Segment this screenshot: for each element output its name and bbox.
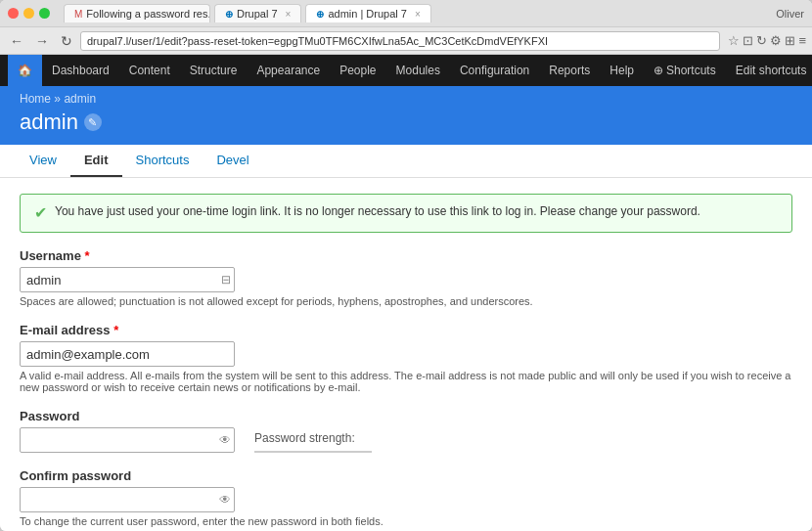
password-input[interactable] [20, 427, 235, 453]
tab-drupal7-label: Drupal 7 [237, 8, 278, 20]
browser-user-label: Oliver [776, 8, 804, 20]
toolbar-configuration[interactable]: Configuration [450, 55, 539, 86]
username-hint: Spaces are allowed; punctuation is not a… [20, 295, 792, 307]
tab-view[interactable]: View [16, 145, 70, 177]
message-box: ✔ You have just used your one-time login… [20, 194, 792, 233]
page-title-text: admin [20, 110, 78, 135]
password-eye-icon[interactable]: 👁 [219, 433, 231, 447]
forward-button[interactable]: → [31, 31, 53, 51]
back-button[interactable]: ← [6, 31, 27, 51]
bookmark-icon[interactable]: ⊡ [743, 33, 753, 48]
toolbar-content[interactable]: Content [119, 55, 180, 86]
password-row: Password 👁 Password strength: [20, 409, 792, 468]
password-group: Password 👁 [20, 409, 235, 453]
username-input[interactable] [20, 267, 235, 292]
refresh-icon[interactable]: ↻ [756, 33, 767, 48]
toolbar-people[interactable]: People [330, 55, 385, 86]
username-group: Username * ⊟ Spaces are allowed; punctua… [20, 248, 792, 307]
confirm-password-eye-icon[interactable]: 👁 [219, 493, 231, 507]
title-bar: M Following a password res... × ⊕ Drupal… [0, 0, 812, 27]
password-hint: To change the current user password, ent… [20, 515, 792, 527]
drupal7-favicon: ⊕ [225, 9, 233, 20]
tab-bar: M Following a password res... × ⊕ Drupal… [64, 4, 770, 22]
confirm-password-input-wrapper: 👁 [20, 487, 235, 512]
password-strength-bar [254, 451, 372, 453]
traffic-lights [8, 8, 50, 19]
tab-drupal7[interactable]: ⊕ Drupal 7 × [214, 4, 301, 22]
gmail-favicon: M [74, 9, 82, 20]
refresh-button[interactable]: ↻ [57, 31, 76, 51]
admin-drupal7-favicon: ⊕ [316, 9, 324, 20]
page-title: admin ✎ [20, 110, 792, 135]
username-label: Username * [20, 248, 792, 263]
toolbar-right: Edit shortcuts admin Log out [726, 55, 812, 86]
tab-devel[interactable]: Devel [203, 145, 262, 177]
maximize-button[interactable] [39, 8, 50, 19]
confirm-password-input[interactable] [20, 487, 235, 512]
main-content: ✔ You have just used your one-time login… [0, 178, 812, 531]
toolbar-reports[interactable]: Reports [539, 55, 600, 86]
nav-bar: ← → ↻ ☆ ⊡ ↻ ⚙ ⊞ ≡ [0, 27, 812, 55]
toolbar-shortcuts[interactable]: ⊕ Shortcuts [644, 55, 726, 86]
address-bar[interactable] [80, 31, 720, 51]
confirm-password-label: Confirm password [20, 468, 792, 483]
username-input-wrapper: ⊟ [20, 267, 235, 292]
toolbar-modules[interactable]: Modules [386, 55, 450, 86]
nav-icons: ☆ ⊡ ↻ ⚙ ⊞ ≡ [728, 33, 806, 48]
password-strength-label: Password strength: [254, 431, 355, 445]
tab-admin-drupal7-close[interactable]: × [415, 9, 421, 20]
tab-admin-drupal7[interactable]: ⊕ admin | Drupal 7 × [305, 4, 430, 22]
password-label: Password [20, 409, 235, 423]
email-hint: A valid e-mail address. All e-mails from… [20, 370, 792, 393]
message-text: You have just used your one-time login l… [55, 204, 700, 218]
browser-window: M Following a password res... × ⊕ Drupal… [0, 0, 812, 531]
settings-icon[interactable]: ⚙ [770, 33, 782, 48]
breadcrumb-home[interactable]: Home [20, 92, 51, 106]
page-title-edit-icon[interactable]: ✎ [84, 113, 102, 131]
username-required: * [85, 248, 90, 263]
toolbar-structure[interactable]: Structure [180, 55, 248, 86]
breadcrumb: Home » admin [20, 92, 792, 106]
password-strength-wrapper: Password strength: [254, 409, 372, 453]
breadcrumb-separator: » [54, 92, 64, 106]
minimize-button[interactable] [23, 8, 34, 19]
tab-gmail-label: Following a password res... [86, 8, 210, 20]
email-input[interactable] [20, 341, 235, 367]
toolbar-edit-shortcuts[interactable]: Edit shortcuts [726, 55, 812, 86]
username-icon: ⊟ [221, 273, 231, 287]
toolbar-home[interactable]: 🏠 [8, 55, 42, 86]
breadcrumb-current: admin [64, 92, 96, 106]
shortcuts-icon: ⊕ [654, 64, 663, 77]
page-header: Home » admin admin ✎ [0, 86, 812, 145]
toolbar-appearance[interactable]: Appearance [247, 55, 330, 86]
menu-icon[interactable]: ≡ [798, 33, 806, 48]
drupal-toolbar: 🏠 Dashboard Content Structure Appearance… [0, 55, 812, 86]
tab-gmail[interactable]: M Following a password res... × [64, 4, 210, 22]
email-required: * [113, 323, 118, 337]
email-label: E-mail address * [20, 323, 792, 337]
tab-shortcuts[interactable]: Shortcuts [122, 145, 203, 177]
toolbar-help[interactable]: Help [600, 55, 644, 86]
success-icon: ✔ [34, 203, 47, 222]
extensions-icon[interactable]: ⊞ [785, 33, 795, 48]
star-icon[interactable]: ☆ [728, 33, 740, 48]
toolbar-dashboard[interactable]: Dashboard [42, 55, 119, 86]
password-input-wrapper: 👁 [20, 427, 235, 453]
email-group: E-mail address * A valid e-mail address.… [20, 323, 792, 393]
tab-edit[interactable]: Edit [70, 145, 122, 177]
confirm-password-group: Confirm password 👁 To change the current… [20, 468, 792, 527]
tab-admin-drupal7-label: admin | Drupal 7 [328, 8, 407, 20]
content-tabs: View Edit Shortcuts Devel [0, 145, 812, 178]
tab-drupal7-close[interactable]: × [286, 9, 292, 20]
close-button[interactable] [8, 8, 19, 19]
